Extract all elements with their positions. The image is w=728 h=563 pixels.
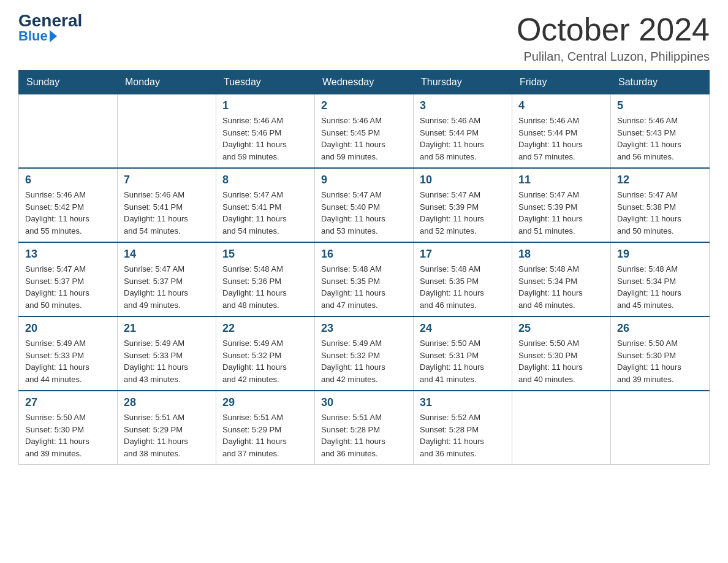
day-info: Sunrise: 5:47 AMSunset: 5:40 PMDaylight:… bbox=[321, 189, 407, 237]
day-info: Sunrise: 5:46 AMSunset: 5:46 PMDaylight:… bbox=[222, 115, 308, 163]
calendar-cell: 28Sunrise: 5:51 AMSunset: 5:29 PMDayligh… bbox=[118, 391, 216, 465]
page-header: General Blue October 2024 Pulilan, Centr… bbox=[18, 12, 710, 64]
day-number: 10 bbox=[420, 174, 506, 186]
calendar-cell: 9Sunrise: 5:47 AMSunset: 5:40 PMDaylight… bbox=[315, 168, 414, 242]
day-info: Sunrise: 5:50 AMSunset: 5:30 PMDaylight:… bbox=[518, 337, 604, 385]
day-info: Sunrise: 5:47 AMSunset: 5:37 PMDaylight:… bbox=[25, 263, 111, 311]
day-number: 25 bbox=[518, 322, 604, 335]
calendar-cell: 5Sunrise: 5:46 AMSunset: 5:43 PMDaylight… bbox=[611, 94, 710, 169]
day-number: 5 bbox=[617, 99, 703, 112]
calendar-cell: 15Sunrise: 5:48 AMSunset: 5:36 PMDayligh… bbox=[216, 242, 315, 316]
day-number: 17 bbox=[420, 248, 506, 261]
calendar-cell: 26Sunrise: 5:50 AMSunset: 5:30 PMDayligh… bbox=[611, 316, 710, 391]
day-number: 9 bbox=[321, 174, 407, 186]
day-number: 3 bbox=[420, 99, 506, 112]
day-info: Sunrise: 5:49 AMSunset: 5:32 PMDaylight:… bbox=[321, 337, 407, 385]
calendar-cell: 14Sunrise: 5:47 AMSunset: 5:37 PMDayligh… bbox=[118, 242, 216, 316]
day-info: Sunrise: 5:47 AMSunset: 5:41 PMDaylight:… bbox=[222, 189, 308, 237]
calendar-cell: 11Sunrise: 5:47 AMSunset: 5:39 PMDayligh… bbox=[512, 168, 611, 242]
week-row-3: 13Sunrise: 5:47 AMSunset: 5:37 PMDayligh… bbox=[19, 242, 710, 316]
header-wednesday: Wednesday bbox=[315, 71, 414, 94]
logo-blue-text: Blue bbox=[18, 29, 57, 43]
day-info: Sunrise: 5:50 AMSunset: 5:30 PMDaylight:… bbox=[25, 412, 111, 459]
calendar-cell: 20Sunrise: 5:49 AMSunset: 5:33 PMDayligh… bbox=[19, 316, 118, 391]
header-friday: Friday bbox=[512, 71, 611, 94]
calendar-cell bbox=[118, 94, 216, 169]
calendar-cell: 7Sunrise: 5:46 AMSunset: 5:41 PMDaylight… bbox=[118, 168, 216, 242]
day-info: Sunrise: 5:46 AMSunset: 5:42 PMDaylight:… bbox=[25, 189, 111, 237]
day-info: Sunrise: 5:51 AMSunset: 5:29 PMDaylight:… bbox=[222, 412, 308, 459]
day-info: Sunrise: 5:46 AMSunset: 5:44 PMDaylight:… bbox=[518, 115, 604, 163]
header-tuesday: Tuesday bbox=[216, 71, 315, 94]
day-info: Sunrise: 5:50 AMSunset: 5:31 PMDaylight:… bbox=[420, 337, 506, 385]
calendar-cell bbox=[611, 391, 710, 465]
calendar-cell: 31Sunrise: 5:52 AMSunset: 5:28 PMDayligh… bbox=[414, 391, 512, 465]
day-number: 20 bbox=[25, 322, 111, 335]
calendar-cell: 12Sunrise: 5:47 AMSunset: 5:38 PMDayligh… bbox=[611, 168, 710, 242]
calendar-cell: 1Sunrise: 5:46 AMSunset: 5:46 PMDaylight… bbox=[216, 94, 315, 169]
header-sunday: Sunday bbox=[19, 71, 118, 94]
month-title: October 2024 bbox=[517, 12, 710, 47]
title-section: October 2024 Pulilan, Central Luzon, Phi… bbox=[517, 12, 710, 64]
day-number: 13 bbox=[25, 248, 111, 261]
calendar-cell: 23Sunrise: 5:49 AMSunset: 5:32 PMDayligh… bbox=[315, 316, 414, 391]
day-number: 1 bbox=[222, 99, 308, 112]
day-info: Sunrise: 5:46 AMSunset: 5:45 PMDaylight:… bbox=[321, 115, 407, 163]
day-number: 31 bbox=[420, 396, 506, 409]
day-number: 19 bbox=[617, 248, 703, 261]
calendar-cell: 25Sunrise: 5:50 AMSunset: 5:30 PMDayligh… bbox=[512, 316, 611, 391]
day-number: 21 bbox=[124, 322, 210, 335]
day-info: Sunrise: 5:49 AMSunset: 5:33 PMDaylight:… bbox=[124, 337, 210, 385]
logo: General Blue bbox=[18, 12, 82, 43]
day-number: 6 bbox=[25, 174, 111, 186]
day-info: Sunrise: 5:48 AMSunset: 5:35 PMDaylight:… bbox=[321, 263, 407, 311]
day-number: 11 bbox=[518, 174, 604, 186]
calendar-table: SundayMondayTuesdayWednesdayThursdayFrid… bbox=[18, 70, 710, 465]
day-number: 18 bbox=[518, 248, 604, 261]
calendar-cell: 22Sunrise: 5:49 AMSunset: 5:32 PMDayligh… bbox=[216, 316, 315, 391]
calendar-cell: 17Sunrise: 5:48 AMSunset: 5:35 PMDayligh… bbox=[414, 242, 512, 316]
week-row-1: 1Sunrise: 5:46 AMSunset: 5:46 PMDaylight… bbox=[19, 94, 710, 169]
logo-arrow-icon bbox=[50, 30, 57, 42]
day-info: Sunrise: 5:48 AMSunset: 5:34 PMDaylight:… bbox=[518, 263, 604, 311]
calendar-cell: 4Sunrise: 5:46 AMSunset: 5:44 PMDaylight… bbox=[512, 94, 611, 169]
calendar-cell: 21Sunrise: 5:49 AMSunset: 5:33 PMDayligh… bbox=[118, 316, 216, 391]
day-info: Sunrise: 5:47 AMSunset: 5:39 PMDaylight:… bbox=[518, 189, 604, 237]
day-info: Sunrise: 5:49 AMSunset: 5:32 PMDaylight:… bbox=[222, 337, 308, 385]
day-number: 24 bbox=[420, 322, 506, 335]
calendar-cell: 30Sunrise: 5:51 AMSunset: 5:28 PMDayligh… bbox=[315, 391, 414, 465]
day-info: Sunrise: 5:50 AMSunset: 5:30 PMDaylight:… bbox=[617, 337, 703, 385]
header-saturday: Saturday bbox=[611, 71, 710, 94]
day-number: 16 bbox=[321, 248, 407, 261]
location-text: Pulilan, Central Luzon, Philippines bbox=[517, 50, 710, 64]
day-info: Sunrise: 5:47 AMSunset: 5:39 PMDaylight:… bbox=[420, 189, 506, 237]
day-info: Sunrise: 5:52 AMSunset: 5:28 PMDaylight:… bbox=[420, 412, 506, 459]
day-info: Sunrise: 5:46 AMSunset: 5:44 PMDaylight:… bbox=[420, 115, 506, 163]
logo-general-text: General bbox=[18, 12, 82, 29]
calendar-cell: 18Sunrise: 5:48 AMSunset: 5:34 PMDayligh… bbox=[512, 242, 611, 316]
day-info: Sunrise: 5:46 AMSunset: 5:41 PMDaylight:… bbox=[124, 189, 210, 237]
calendar-cell: 3Sunrise: 5:46 AMSunset: 5:44 PMDaylight… bbox=[414, 94, 512, 169]
day-number: 8 bbox=[222, 174, 308, 186]
day-info: Sunrise: 5:47 AMSunset: 5:38 PMDaylight:… bbox=[617, 189, 703, 237]
day-number: 26 bbox=[617, 322, 703, 335]
day-number: 2 bbox=[321, 99, 407, 112]
calendar-cell: 8Sunrise: 5:47 AMSunset: 5:41 PMDaylight… bbox=[216, 168, 315, 242]
day-number: 28 bbox=[124, 396, 210, 409]
day-info: Sunrise: 5:47 AMSunset: 5:37 PMDaylight:… bbox=[124, 263, 210, 311]
header-monday: Monday bbox=[118, 71, 216, 94]
week-row-2: 6Sunrise: 5:46 AMSunset: 5:42 PMDaylight… bbox=[19, 168, 710, 242]
week-row-5: 27Sunrise: 5:50 AMSunset: 5:30 PMDayligh… bbox=[19, 391, 710, 465]
calendar-cell: 6Sunrise: 5:46 AMSunset: 5:42 PMDaylight… bbox=[19, 168, 118, 242]
day-info: Sunrise: 5:51 AMSunset: 5:29 PMDaylight:… bbox=[124, 412, 210, 459]
day-info: Sunrise: 5:48 AMSunset: 5:36 PMDaylight:… bbox=[222, 263, 308, 311]
day-info: Sunrise: 5:51 AMSunset: 5:28 PMDaylight:… bbox=[321, 412, 407, 459]
calendar-cell bbox=[512, 391, 611, 465]
day-info: Sunrise: 5:49 AMSunset: 5:33 PMDaylight:… bbox=[25, 337, 111, 385]
day-info: Sunrise: 5:48 AMSunset: 5:34 PMDaylight:… bbox=[617, 263, 703, 311]
calendar-cell: 13Sunrise: 5:47 AMSunset: 5:37 PMDayligh… bbox=[19, 242, 118, 316]
day-number: 4 bbox=[518, 99, 604, 112]
day-number: 12 bbox=[617, 174, 703, 186]
day-number: 30 bbox=[321, 396, 407, 409]
calendar-cell: 19Sunrise: 5:48 AMSunset: 5:34 PMDayligh… bbox=[611, 242, 710, 316]
